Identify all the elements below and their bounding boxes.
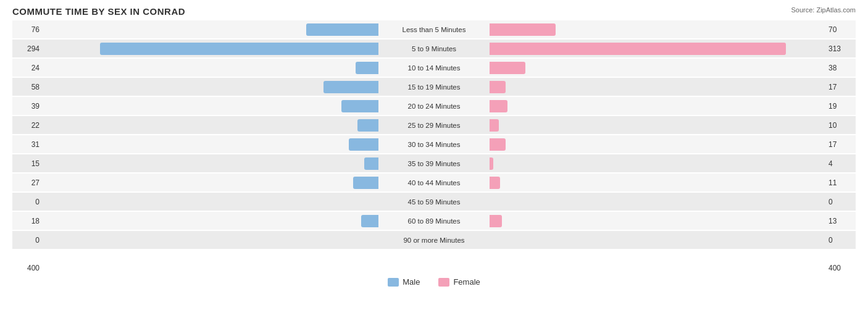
- legend-male-label: Male: [403, 277, 420, 287]
- female-bar: [490, 177, 500, 189]
- chart-container: COMMUTE TIME BY SEX IN CONRAD Source: Zi…: [0, 0, 868, 323]
- female-value: 38: [825, 64, 856, 72]
- female-value: 19: [825, 102, 856, 111]
- female-bar-area: [490, 81, 825, 93]
- row-label: 45 to 59 Minutes: [378, 198, 490, 206]
- female-value: 17: [825, 140, 856, 149]
- chart-row: 0 45 to 59 Minutes 0: [12, 193, 856, 211]
- female-bar: [490, 157, 493, 170]
- chart-row: 18 60 to 89 Minutes 13: [12, 212, 856, 230]
- female-bar: [490, 215, 502, 227]
- male-bar: [100, 43, 378, 55]
- female-value: 313: [825, 44, 856, 53]
- female-value: 70: [825, 25, 856, 34]
- male-bar: [364, 157, 378, 170]
- male-value: 294: [12, 44, 43, 53]
- male-value: 0: [12, 198, 43, 206]
- male-bar-area: [43, 23, 378, 36]
- female-bar-area: [490, 23, 825, 36]
- female-bar-area: [490, 100, 825, 112]
- male-bar: [306, 23, 378, 36]
- row-label: 60 to 89 Minutes: [378, 217, 490, 225]
- female-value: 10: [825, 121, 856, 130]
- chart-row: 27 40 to 44 Minutes 11: [12, 174, 856, 191]
- axis-label-left: 400: [12, 264, 43, 272]
- legend: Male Female: [12, 277, 856, 287]
- female-value: 11: [825, 178, 856, 187]
- female-value: 0: [825, 198, 856, 206]
- row-label: 20 to 24 Minutes: [378, 103, 490, 110]
- male-bar-area: [43, 81, 378, 93]
- row-label: 30 to 34 Minutes: [378, 141, 490, 148]
- female-value: 4: [825, 159, 856, 168]
- male-bar: [357, 119, 378, 132]
- male-bar: [361, 215, 378, 227]
- legend-female-label: Female: [453, 277, 480, 287]
- male-value: 76: [12, 25, 43, 34]
- female-bar: [490, 62, 525, 74]
- male-bar-area: [43, 43, 378, 55]
- male-value: 31: [12, 140, 43, 149]
- female-bar-area: [490, 138, 825, 151]
- legend-female: Female: [438, 277, 480, 287]
- male-value: 0: [12, 236, 43, 245]
- female-bar: [490, 119, 499, 132]
- row-label: 5 to 9 Minutes: [378, 45, 490, 52]
- male-bar-area: [43, 100, 378, 112]
- row-label: 25 to 29 Minutes: [378, 122, 490, 129]
- female-bar: [490, 100, 507, 112]
- chart-row: 39 20 to 24 Minutes 19: [12, 97, 856, 115]
- legend-male: Male: [388, 277, 420, 287]
- female-bar-area: [490, 234, 825, 246]
- male-bar-area: [43, 215, 378, 227]
- female-bar-area: [490, 196, 825, 208]
- female-bar: [490, 43, 786, 55]
- row-label: 10 to 14 Minutes: [378, 64, 490, 72]
- female-bar-area: [490, 177, 825, 189]
- male-bar-area: [43, 196, 378, 208]
- female-value: 17: [825, 83, 856, 91]
- chart-row: 24 10 to 14 Minutes 38: [12, 59, 856, 77]
- axis-row: 400 400: [12, 264, 856, 272]
- row-label: 40 to 44 Minutes: [378, 179, 490, 187]
- row-label: 90 or more Minutes: [378, 237, 490, 244]
- row-label: Less than 5 Minutes: [378, 26, 490, 33]
- chart-row: 294 5 to 9 Minutes 313: [12, 40, 856, 57]
- male-value: 22: [12, 121, 43, 130]
- female-value: 13: [825, 217, 856, 225]
- row-label: 15 to 19 Minutes: [378, 83, 490, 91]
- male-bar-area: [43, 234, 378, 246]
- chart-area: 76 Less than 5 Minutes 70 294 5 to 9 Min…: [12, 20, 856, 261]
- chart-row: 0 90 or more Minutes 0: [12, 231, 856, 249]
- chart-title: COMMUTE TIME BY SEX IN CONRAD: [12, 6, 856, 17]
- source-text: Source: ZipAtlas.com: [791, 6, 856, 14]
- male-bar: [353, 177, 378, 189]
- female-bar: [490, 23, 556, 36]
- female-bar-area: [490, 119, 825, 132]
- male-bar-area: [43, 177, 378, 189]
- male-value: 15: [12, 159, 43, 168]
- row-label: 35 to 39 Minutes: [378, 160, 490, 167]
- male-bar: [349, 138, 378, 151]
- male-value: 39: [12, 102, 43, 111]
- male-bar: [341, 100, 378, 112]
- male-bar-area: [43, 62, 378, 74]
- female-bar: [490, 138, 506, 151]
- male-value: 24: [12, 64, 43, 72]
- chart-row: 15 35 to 39 Minutes 4: [12, 154, 856, 172]
- chart-row: 58 15 to 19 Minutes 17: [12, 78, 856, 96]
- female-bar: [490, 81, 506, 93]
- male-bar: [356, 62, 378, 74]
- female-bar-area: [490, 157, 825, 170]
- chart-row: 22 25 to 29 Minutes 10: [12, 116, 856, 134]
- male-bar-area: [43, 119, 378, 132]
- legend-male-box: [388, 278, 399, 287]
- male-bar: [323, 81, 378, 93]
- male-bar-area: [43, 138, 378, 151]
- legend-female-box: [438, 278, 449, 287]
- female-value: 0: [825, 236, 856, 245]
- male-bar-area: [43, 157, 378, 170]
- male-value: 18: [12, 217, 43, 225]
- axis-label-right: 400: [825, 264, 856, 272]
- male-value: 58: [12, 83, 43, 91]
